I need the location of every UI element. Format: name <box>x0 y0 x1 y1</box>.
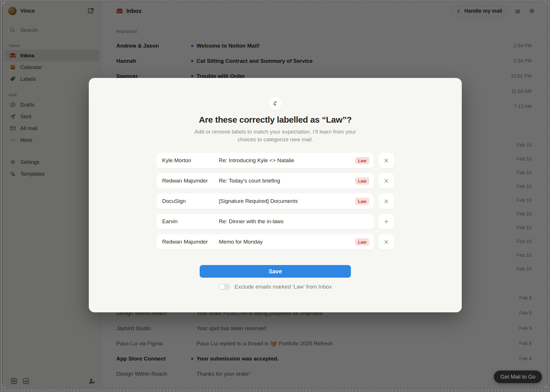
email-card: Earvin Re: Dinner with the in-laws <box>156 214 374 229</box>
modal-email-row: Kyle Morton Re: Introducing Kyle <> Nata… <box>156 153 394 168</box>
exclude-toggle[interactable] <box>219 284 230 290</box>
modal-email-row: Redwan Majumder Memo for Monday Law <box>156 234 394 250</box>
email-card: Redwan Majumder Re: Today’s court briefi… <box>156 173 374 189</box>
modal-email-rows: Kyle Morton Re: Introducing Kyle <> Nata… <box>156 153 394 250</box>
card-subject: Re: Today’s court briefing <box>219 178 355 184</box>
app-window: Vince Search ViewsInboxCalendarLabelsMai… <box>2 2 548 388</box>
modal-email-row: Earvin Re: Dinner with the in-laws <box>156 214 394 229</box>
modal-email-row: Redwan Majumder Re: Today’s court briefi… <box>156 173 394 189</box>
label-badge: Law <box>355 238 369 246</box>
save-button[interactable]: Save <box>200 265 351 278</box>
exclude-toggle-row[interactable]: Exclude emails marked ‘Law’ from Inbox <box>219 284 332 290</box>
modal-subtitle: Add or remove labels to match your expec… <box>191 128 360 143</box>
close-icon <box>383 198 389 204</box>
remove-label-button[interactable] <box>378 234 394 250</box>
label-badge: Law <box>355 198 369 205</box>
label-badge: Law <box>355 177 369 185</box>
card-subject: Re: Dinner with the in-laws <box>219 218 369 225</box>
remove-label-button[interactable] <box>378 173 394 189</box>
modal-email-row: DocuSign [Signature Required] Documents … <box>156 193 394 209</box>
close-icon <box>383 178 389 184</box>
label-confirmation-modal: Are these correctly labelled as “Law”? A… <box>89 78 462 312</box>
toggle-knob <box>219 284 225 289</box>
card-subject: Memo for Monday <box>219 239 355 245</box>
card-sender: Kyle Morton <box>162 157 219 164</box>
ai-zap-icon <box>272 100 279 107</box>
modal-title: Are these correctly labelled as “Law”? <box>199 114 351 126</box>
email-card: DocuSign [Signature Required] Documents … <box>156 193 374 209</box>
remove-label-button[interactable] <box>378 153 394 168</box>
close-icon <box>383 158 389 164</box>
add-label-button[interactable] <box>378 214 394 229</box>
email-card: Kyle Morton Re: Introducing Kyle <> Nata… <box>156 153 374 168</box>
label-badge: Law <box>355 157 369 164</box>
exclude-toggle-label: Exclude emails marked ‘Law’ from Inbox <box>235 284 332 290</box>
card-subject: Re: Introducing Kyle <> Natalie <box>219 157 355 164</box>
email-card: Redwan Majumder Memo for Monday Law <box>156 234 374 250</box>
card-sender: Earvin <box>162 218 219 225</box>
card-subject: [Signature Required] Documents <box>219 198 355 204</box>
get-mail-to-go-button[interactable]: Get Mail to Go <box>494 371 542 383</box>
plus-icon <box>383 219 389 225</box>
desktop-background: Vince Search ViewsInboxCalendarLabelsMai… <box>0 0 550 392</box>
card-sender: Redwan Majumder <box>162 239 219 245</box>
close-icon <box>383 239 389 245</box>
remove-label-button[interactable] <box>378 193 394 209</box>
card-sender: DocuSign <box>162 198 219 204</box>
card-sender: Redwan Majumder <box>162 178 219 184</box>
modal-icon-circle <box>269 97 282 110</box>
